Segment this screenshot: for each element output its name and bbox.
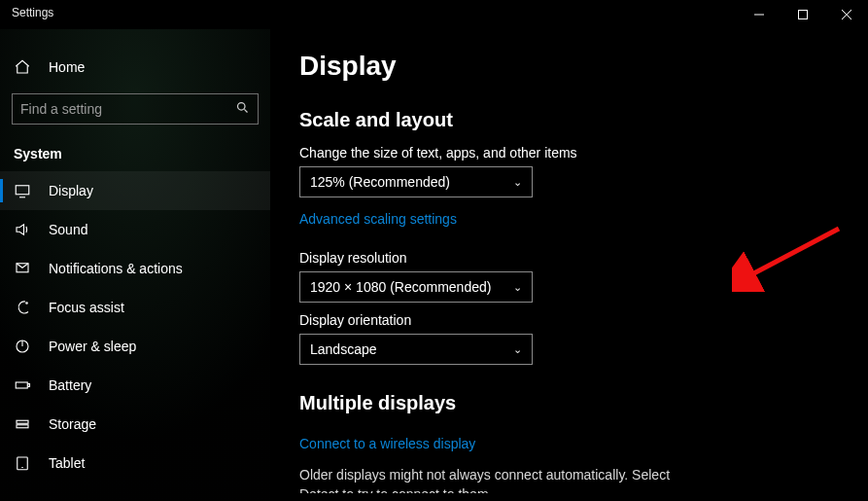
advanced-scaling-link[interactable]: Advanced scaling settings <box>299 211 457 227</box>
sidebar-item-power-sleep[interactable]: Power & sleep <box>0 327 270 366</box>
svg-line-5 <box>244 109 247 112</box>
minimize-button[interactable] <box>737 0 781 29</box>
svg-rect-13 <box>28 384 30 387</box>
sidebar-item-display[interactable]: Display <box>0 171 270 210</box>
chevron-down-icon: ⌄ <box>513 176 522 189</box>
sidebar-item-focus-assist[interactable]: Focus assist <box>0 288 270 327</box>
search-icon <box>229 100 250 118</box>
sidebar-item-label: Power & sleep <box>49 339 136 354</box>
text-size-label: Change the size of text, apps, and other… <box>299 145 839 161</box>
orientation-select[interactable]: Landscape ⌄ <box>299 334 533 365</box>
sidebar-item-label: Sound <box>49 222 87 237</box>
sidebar: Home System Display Sound <box>0 29 270 501</box>
notifications-icon <box>14 260 31 277</box>
sidebar-item-notifications[interactable]: Notifications & actions <box>0 249 270 288</box>
chevron-down-icon: ⌄ <box>513 343 522 356</box>
sidebar-item-label: Tablet <box>49 455 85 471</box>
sidebar-item-tablet[interactable]: Tablet <box>0 444 270 483</box>
home-icon <box>14 58 31 76</box>
sidebar-item-sound[interactable]: Sound <box>0 210 270 249</box>
resolution-select[interactable]: 1920 × 1080 (Recommended) ⌄ <box>299 271 533 303</box>
resolution-label: Display resolution <box>299 250 839 266</box>
wireless-display-link[interactable]: Connect to a wireless display <box>299 436 475 451</box>
sidebar-section-label: System <box>0 128 270 171</box>
sidebar-item-label: Storage <box>49 416 96 432</box>
titlebar: Settings <box>0 0 868 29</box>
svg-rect-1 <box>798 11 807 19</box>
section-heading-multiple-displays: Multiple displays <box>299 392 839 414</box>
select-value: Landscape <box>310 341 377 357</box>
home-label: Home <box>49 59 85 75</box>
svg-rect-6 <box>16 186 29 195</box>
sidebar-item-label: Focus assist <box>49 300 124 315</box>
sidebar-item-label: Display <box>49 183 93 198</box>
svg-rect-12 <box>16 382 27 388</box>
text-size-select[interactable]: 125% (Recommended) ⌄ <box>299 166 533 197</box>
sidebar-item-storage[interactable]: Storage <box>0 405 270 444</box>
focus-assist-icon <box>14 299 31 316</box>
select-value: 125% (Recommended) <box>310 174 450 190</box>
sidebar-item-label: Battery <box>49 377 91 393</box>
tablet-icon <box>14 454 31 472</box>
storage-icon <box>14 415 31 433</box>
search-box[interactable] <box>12 93 259 125</box>
home-button[interactable]: Home <box>0 51 270 84</box>
display-icon <box>14 182 31 199</box>
svg-rect-14 <box>17 420 28 423</box>
power-icon <box>14 338 31 355</box>
select-value: 1920 × 1080 (Recommended) <box>310 279 491 295</box>
sound-icon <box>14 221 31 238</box>
sidebar-item-label: Notifications & actions <box>49 261 183 276</box>
chevron-down-icon: ⌄ <box>513 281 522 294</box>
orientation-label: Display orientation <box>299 312 839 328</box>
maximize-button[interactable] <box>781 0 824 29</box>
search-input[interactable] <box>20 101 229 117</box>
window-title: Settings <box>0 0 53 19</box>
svg-point-9 <box>26 303 28 304</box>
svg-rect-15 <box>17 425 28 428</box>
page-title: Display <box>299 51 839 82</box>
sidebar-item-battery[interactable]: Battery <box>0 366 270 405</box>
svg-point-4 <box>238 103 246 111</box>
section-heading-scale: Scale and layout <box>299 109 839 131</box>
battery-icon <box>14 376 31 394</box>
main-content: Display Scale and layout Change the size… <box>270 29 868 501</box>
close-button[interactable] <box>824 0 868 29</box>
